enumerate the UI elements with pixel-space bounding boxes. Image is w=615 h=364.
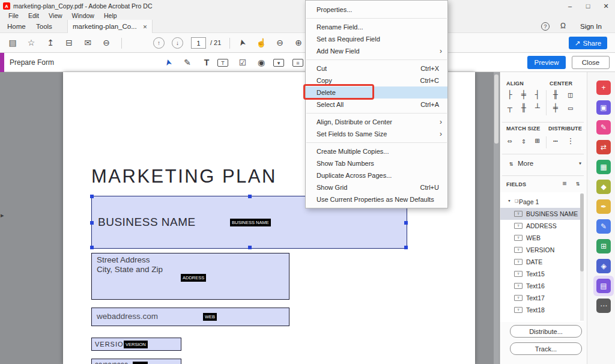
menu-item-duplicate-across-pages[interactable]: Duplicate Across Pages... <box>306 169 447 181</box>
maximize-button[interactable]: □ <box>579 0 597 12</box>
field-list-item[interactable]: T WEB <box>500 232 580 244</box>
center-vertical-icon[interactable]: ╪ <box>550 103 562 112</box>
print-icon[interactable]: ⊟ <box>64 38 74 47</box>
share-button[interactable]: ↗ Share <box>569 37 607 49</box>
distribute-vertical-icon[interactable]: ⋮ <box>565 136 577 145</box>
field-list-item[interactable]: T Text17 <box>500 292 580 304</box>
selection-handle[interactable] <box>90 246 94 249</box>
address-field[interactable]: Street Address City, State and Zip ADDRE… <box>91 253 289 300</box>
field-list-item[interactable]: T DATE <box>500 256 580 268</box>
center-page-icon[interactable]: ▭ <box>565 103 577 112</box>
menu-item-properties[interactable]: Properties... <box>306 4 447 16</box>
align-top-icon[interactable]: ┬ <box>504 103 516 112</box>
field-list-item[interactable]: T Text15 <box>500 268 580 280</box>
preview-button[interactable]: Preview <box>527 56 566 69</box>
enhance-scans-tool-icon[interactable]: ◆ <box>596 180 611 194</box>
selection-handle[interactable] <box>90 195 94 198</box>
field-list-item[interactable]: T Text16 <box>500 280 580 292</box>
selection-handle[interactable] <box>404 246 408 249</box>
field-list-item[interactable]: T ADDRESS <box>500 220 580 232</box>
align-center-icon[interactable]: ╪ <box>518 90 530 99</box>
field-list-item[interactable]: T BUSINESS NAME <box>500 208 580 220</box>
create-pdf-tool-icon[interactable]: + <box>596 80 611 95</box>
tab-home[interactable]: Home <box>0 20 33 33</box>
menu-help[interactable]: Help <box>99 12 122 20</box>
print-production-tool-icon[interactable]: ⊞ <box>596 239 611 253</box>
ink-tool-icon[interactable]: ✎ <box>181 58 193 67</box>
menu-item-align-distribute-center[interactable]: Align, Distribute or Center› <box>306 116 447 128</box>
menu-window[interactable]: Window <box>67 12 99 20</box>
more-chevron-icon[interactable]: ▾ <box>574 160 586 166</box>
menu-item-cut[interactable]: CutCtrl+X <box>306 62 447 74</box>
menu-edit[interactable]: Edit <box>23 12 44 20</box>
comment-tool-icon[interactable]: ✎ <box>596 219 611 234</box>
menu-item-create-multiple-copies[interactable]: Create Multiple Copies... <box>306 145 447 157</box>
more-options-icon[interactable]: ⇅ <box>505 160 517 168</box>
align-middle-icon[interactable]: ╫ <box>518 103 530 112</box>
list-box-tool-icon[interactable]: ≡ <box>292 59 303 67</box>
menu-item-rename-field[interactable]: Rename Field... <box>306 21 447 33</box>
page-number-input[interactable]: 1 <box>191 37 206 49</box>
match-height-icon[interactable]: ⇕ <box>518 136 530 145</box>
next-page-icon[interactable]: ↓ <box>172 37 183 49</box>
close-window-button[interactable]: ✕ <box>597 0 615 12</box>
zoom-out-icon[interactable]: ⊖ <box>274 38 285 47</box>
search-zoom-icon[interactable]: ⊖ <box>101 38 112 47</box>
tab-document[interactable]: marketing-plan_Co...✕ <box>67 20 153 33</box>
selection-handle[interactable] <box>404 221 408 225</box>
select-object-icon[interactable]: ➤ <box>162 55 175 69</box>
distribute-horizontal-icon[interactable]: ⋯ <box>550 136 562 145</box>
selection-handle[interactable] <box>248 195 252 198</box>
more-label[interactable]: More <box>518 160 533 167</box>
star-icon[interactable]: ☆ <box>26 38 37 47</box>
protect-tool-icon[interactable]: ◈ <box>596 259 611 273</box>
document-scrollbar-thumb[interactable] <box>494 74 498 144</box>
menu-item-use-current-properties[interactable]: Use Current Properties as New Defaults <box>306 193 447 205</box>
previous-page-icon[interactable]: ↑ <box>153 37 165 49</box>
field-list-item[interactable]: T VERSION <box>500 244 580 256</box>
text-field-tool-icon[interactable]: T <box>217 59 228 67</box>
more-tools-icon[interactable]: ⋯ <box>596 299 611 313</box>
sort-order-icon[interactable]: ⇅ <box>572 180 584 187</box>
organize-pages-tool-icon[interactable]: ▦ <box>596 160 611 174</box>
selection-handle[interactable] <box>90 221 94 225</box>
match-both-icon[interactable]: ⊞ <box>532 136 544 145</box>
fields-scrollbar-thumb[interactable] <box>580 193 584 271</box>
menu-file[interactable]: File <box>4 12 23 20</box>
menu-item-select-all[interactable]: Select AllCtrl+A <box>306 99 447 111</box>
combine-files-tool-icon[interactable]: ▣ <box>596 100 611 115</box>
center-both-icon[interactable]: ◫ <box>565 90 577 99</box>
tab-close-icon[interactable]: ✕ <box>143 24 148 30</box>
match-width-icon[interactable]: ⇔ <box>504 136 516 145</box>
close-form-button[interactable]: Close <box>572 56 610 69</box>
export-pdf-tool-icon[interactable]: ⇄ <box>596 140 611 154</box>
menu-view[interactable]: View <box>44 12 67 20</box>
sign-in-link[interactable]: Sign In <box>580 20 602 33</box>
sort-list-icon[interactable]: ≡ <box>559 180 571 187</box>
fill-sign-tool-icon[interactable]: ✒ <box>596 199 611 214</box>
hand-tool-icon[interactable]: ☝ <box>256 38 267 47</box>
notifications-bell-icon[interactable]: Ω <box>560 22 566 30</box>
add-text-icon[interactable]: T <box>201 58 213 67</box>
pointer-tool-icon[interactable]: ➤ <box>236 36 248 49</box>
combo-box-tool-icon[interactable]: ▾ <box>273 59 284 67</box>
prepare-form-tool-icon[interactable]: ▤ <box>596 279 611 293</box>
edit-pdf-tool-icon[interactable]: ✎ <box>596 120 611 135</box>
email-icon[interactable]: ✉ <box>82 38 93 47</box>
menu-item-show-grid[interactable]: Show GridCtrl+U <box>306 181 447 193</box>
save-icon[interactable]: ▤ <box>7 38 18 47</box>
center-horizontal-icon[interactable]: ╫ <box>550 90 562 99</box>
tab-tools[interactable]: Tools <box>29 20 59 33</box>
upload-icon[interactable]: ↥ <box>45 38 56 47</box>
radio-button-tool-icon[interactable]: ◉ <box>255 58 267 67</box>
selection-handle[interactable] <box>248 246 252 249</box>
left-panel-expander-icon[interactable]: ▸ <box>1 211 4 219</box>
version-field[interactable]: VERSION VERSION <box>91 338 181 351</box>
date-field[interactable]: 00/00/0000 DATE <box>91 359 181 364</box>
menu-item-add-new-field[interactable]: Add New Field› <box>306 45 447 57</box>
distribute-button[interactable]: Distribute... <box>510 325 582 338</box>
zoom-in-icon[interactable]: ⊕ <box>293 38 304 47</box>
menu-item-set-fields-same-size[interactable]: Set Fields to Same Size› <box>306 128 447 140</box>
page-tree-item[interactable]: ▾ ❏ Page 1 <box>500 196 580 208</box>
minimize-button[interactable]: – <box>561 0 579 12</box>
